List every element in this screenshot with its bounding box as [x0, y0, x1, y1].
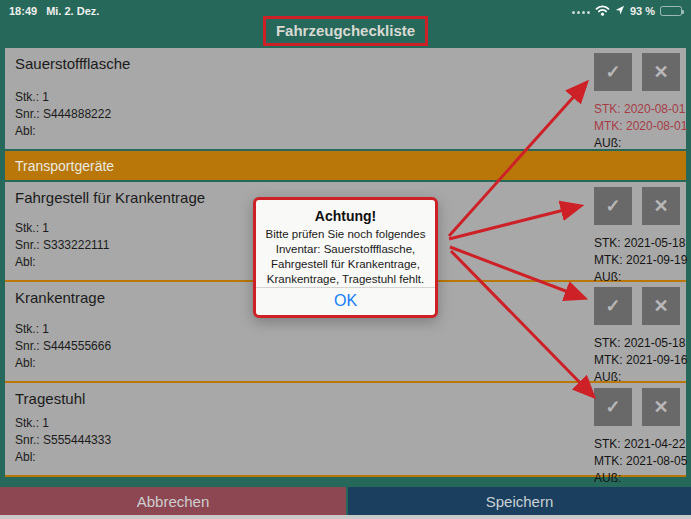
battery-icon	[660, 6, 682, 16]
item-snr: Snr.: S444555666	[15, 338, 111, 355]
item-snr: Snr.: S333222111	[15, 237, 205, 254]
item-stk: Stk.: 1	[15, 89, 130, 106]
item-abl: Abl:	[15, 123, 130, 140]
item-stk-date: STK: 2021-05-18	[594, 235, 680, 252]
item-mtk-date: MTK: 2021-09-16	[594, 352, 680, 369]
item-stk: Stk.: 1	[15, 415, 111, 432]
annotation-box-title: Fahrzeugcheckliste	[263, 16, 428, 46]
check-button[interactable]: ✓	[594, 287, 632, 325]
item-title: Sauerstoffflasche	[15, 55, 130, 72]
close-button[interactable]: ✕	[642, 287, 680, 325]
close-button[interactable]: ✕	[642, 388, 680, 426]
fahrzeugcheckliste-screen: 18:49 Mi. 2. Dez. 93 % Fahrzeugchecklist…	[0, 0, 691, 519]
item-title: Krankentrage	[15, 289, 111, 306]
item-stk-date: STK: 2021-05-18	[594, 335, 680, 352]
close-icon: ✕	[653, 61, 668, 83]
ok-button[interactable]: OK	[256, 288, 435, 315]
item-mtk-date: MTK: 2020-08-01	[594, 118, 680, 135]
close-button[interactable]: ✕	[642, 187, 680, 225]
check-button[interactable]: ✓	[594, 187, 632, 225]
item-aub: AUß:	[594, 470, 680, 487]
orange-divider	[5, 475, 686, 477]
item-mtk-date: MTK: 2021-08-05	[594, 453, 680, 470]
item-stk-date: STK: 2020-08-01	[594, 101, 680, 118]
item-stk: Stk.: 1	[15, 321, 111, 338]
item-snr: Snr.: S444888222	[15, 106, 130, 123]
page-title: Fahrzeugcheckliste	[276, 22, 415, 39]
close-button[interactable]: ✕	[642, 53, 680, 91]
check-icon: ✓	[605, 295, 620, 317]
close-icon: ✕	[653, 396, 668, 418]
item-title: Tragestuhl	[15, 390, 111, 407]
alert-title: Achtung!	[256, 208, 435, 224]
item-snr: Snr.: S555444333	[15, 432, 111, 449]
section-header-transportgeraete: Transportgeräte	[5, 151, 686, 180]
close-icon: ✕	[653, 195, 668, 217]
save-button[interactable]: Speichern	[348, 487, 691, 515]
item-abl: Abl:	[15, 355, 111, 372]
item-title: Fahrgestell für Krankentrage	[15, 189, 205, 206]
title-bar: Fahrzeugcheckliste	[0, 16, 691, 46]
section-header-label: Transportgeräte	[15, 158, 114, 174]
footer-bar: Abbrechen Speichern	[0, 487, 691, 515]
item-abl: Abl:	[15, 254, 205, 271]
list-item-tragestuhl: Tragestuhl Stk.: 1 Snr.: S555444333 Abl:…	[5, 383, 686, 475]
item-mtk-date: MTK: 2021-09-19	[594, 252, 680, 269]
alert-dialog: Achtung! Bitte prüfen Sie noch folgendes…	[253, 197, 438, 318]
cancel-button[interactable]: Abbrechen	[0, 487, 346, 515]
cellular-signal-icon	[572, 6, 590, 16]
item-stk-date: STK: 2021-04-22	[594, 436, 680, 453]
home-indicator-strip	[0, 515, 691, 519]
close-icon: ✕	[653, 295, 668, 317]
list-item-sauerstoffflasche: Sauerstoffflasche Stk.: 1 Snr.: S4448882…	[5, 48, 686, 149]
item-abl: Abl:	[15, 449, 111, 466]
check-button[interactable]: ✓	[594, 53, 632, 91]
alert-message: Bitte prüfen Sie noch folgendes Inventar…	[256, 224, 435, 287]
check-button[interactable]: ✓	[594, 388, 632, 426]
item-aub: AUß:	[594, 135, 680, 152]
check-icon: ✓	[605, 61, 620, 83]
check-icon: ✓	[605, 396, 620, 418]
item-stk: Stk.: 1	[15, 220, 205, 237]
check-icon: ✓	[605, 195, 620, 217]
